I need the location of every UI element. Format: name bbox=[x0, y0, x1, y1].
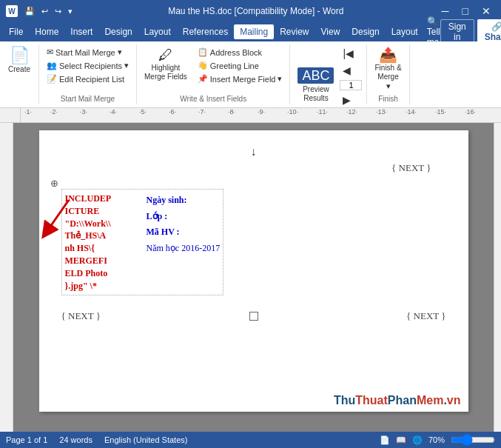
select-recipients-btn[interactable]: 👥 Select Recipients ▾ bbox=[44, 59, 132, 72]
highlight-icon: 🖊 bbox=[158, 47, 173, 62]
status-right: 📄 📖 🌐 70% bbox=[380, 435, 495, 445]
start-mail-merge-content: ✉ Start Mail Merge ▾ 👥 Select Recipients… bbox=[44, 44, 132, 95]
insert-merge-field-icon: 📌 bbox=[198, 74, 208, 84]
menu-view[interactable]: View bbox=[315, 24, 346, 39]
vertical-ruler bbox=[0, 123, 13, 432]
tell-me-field[interactable]: 🔍 Tell me bbox=[427, 16, 440, 47]
finish-merge-icon: 📤 bbox=[379, 47, 397, 62]
ribbon-group-finish: 📤 Finish &Merge ▾ Finish bbox=[367, 44, 409, 104]
document-area[interactable]: ↓ { NEXT } ⊕ bbox=[13, 123, 494, 432]
first-record-btn[interactable]: |◀ bbox=[340, 46, 362, 61]
create-button[interactable]: 📄 Create bbox=[4, 46, 34, 76]
next-field-top: { NEXT } bbox=[61, 162, 446, 174]
ruler-corner bbox=[0, 108, 21, 123]
next-record-btn[interactable]: ▶ bbox=[340, 93, 362, 107]
preview-results-btn[interactable]: ABC PreviewResults bbox=[295, 66, 337, 104]
status-bar: Page 1 of 1 24 words English (United Sta… bbox=[0, 432, 501, 448]
edit-recipient-list-btn[interactable]: 📝 Edit Recipient List bbox=[44, 73, 132, 85]
highlight-merge-fields-btn[interactable]: 🖊 HighlightMerge Fields bbox=[141, 46, 190, 83]
menu-home[interactable]: Home bbox=[29, 24, 64, 39]
merge-block: INCLUDEPICTURE"D:\\Work\\Thẻ_HS\Anh HS\{… bbox=[61, 189, 224, 295]
share-button[interactable]: 🔗 Share bbox=[477, 19, 501, 44]
document-page: ↓ { NEXT } ⊕ bbox=[39, 130, 468, 412]
merge-section: ⊕ I bbox=[61, 181, 446, 295]
customize-btn[interactable]: ▾ bbox=[66, 6, 75, 17]
redo-btn[interactable]: ↪ bbox=[53, 6, 64, 17]
view-read-btn[interactable]: 📖 bbox=[396, 435, 406, 445]
dropdown-arrow: ▾ bbox=[118, 47, 122, 57]
red-arrow-svg bbox=[41, 196, 70, 241]
vertical-scrollbar[interactable] bbox=[494, 123, 501, 432]
word-icon: W bbox=[6, 5, 18, 17]
ribbon-group-write-insert: 🖊 HighlightMerge Fields 📋 Address Block … bbox=[137, 44, 290, 104]
red-arrow-container bbox=[41, 196, 70, 243]
ruler-area: ·1· ·2· ·3· ·4· ·5· ·6· ·7· ·8· ·9· ·10·… bbox=[0, 108, 501, 123]
lop-row: Lớp : bbox=[147, 209, 221, 225]
menu-review[interactable]: Review bbox=[274, 24, 315, 39]
create-group-content: 📄 Create bbox=[4, 44, 34, 103]
window-title: Mau the HS.doc [Compatibility Mode] - Wo… bbox=[79, 6, 433, 16]
save-btn[interactable]: 💾 bbox=[22, 6, 37, 17]
quick-access-toolbar[interactable]: 💾 ↩ ↪ ▾ bbox=[22, 6, 75, 17]
watermark: ThuThuatPhanMem.vn bbox=[334, 394, 461, 407]
start-mail-merge-icon: ✉ bbox=[47, 47, 53, 57]
svg-line-1 bbox=[47, 200, 69, 232]
menu-mailing[interactable]: Mailing bbox=[234, 24, 274, 39]
next-field-bottom-right: { NEXT } bbox=[406, 310, 445, 322]
view-print-btn[interactable]: 📄 bbox=[380, 435, 390, 445]
app-icon-group: W bbox=[6, 5, 18, 17]
ribbon-group-start-mail-merge: ✉ Start Mail Merge ▾ 👥 Select Recipients… bbox=[39, 44, 137, 104]
page-info: Page 1 of 1 bbox=[6, 435, 47, 444]
zoom-slider[interactable] bbox=[451, 435, 495, 444]
menu-file[interactable]: File bbox=[3, 24, 29, 39]
word-count: 24 words bbox=[59, 435, 93, 444]
finish-content: 📤 Finish &Merge ▾ bbox=[371, 44, 404, 95]
create-icon: 📄 bbox=[10, 47, 30, 64]
insert-merge-field-btn[interactable]: 📌 Insert Merge Field ▾ bbox=[195, 73, 286, 85]
merge-content: INCLUDEPICTURE"D:\\Work\\Thẻ_HS\Anh HS\{… bbox=[62, 190, 223, 295]
main-area: ↓ { NEXT } ⊕ bbox=[0, 123, 501, 432]
menu-layout2[interactable]: Layout bbox=[386, 24, 424, 39]
title-bar: W 💾 ↩ ↪ ▾ Mau the HS.doc [Compatibility … bbox=[0, 0, 501, 22]
zoom-level: 70% bbox=[428, 435, 445, 444]
write-insert-content: 🖊 HighlightMerge Fields 📋 Address Block … bbox=[141, 44, 285, 95]
address-block-icon: 📋 bbox=[198, 47, 208, 57]
menu-design[interactable]: Design bbox=[98, 24, 138, 39]
preview-abc-icon: ABC bbox=[297, 67, 334, 84]
menu-insert[interactable]: Insert bbox=[64, 24, 98, 39]
view-web-btn[interactable]: 🌐 bbox=[412, 435, 423, 445]
ma-hv-row: Mã HV : bbox=[147, 224, 221, 241]
edit-recipient-list-icon: 📝 bbox=[47, 74, 57, 84]
menu-bar: File Home Insert Design Layout Reference… bbox=[0, 22, 501, 41]
sign-in-button[interactable]: Sign in bbox=[440, 19, 474, 44]
checkbox bbox=[249, 312, 258, 321]
address-block-btn[interactable]: 📋 Address Block bbox=[195, 46, 286, 58]
finish-dropdown-arrow: ▾ bbox=[386, 81, 391, 91]
ribbon-group-create: 📄 Create bbox=[0, 44, 39, 104]
finish-merge-btn[interactable]: 📤 Finish &Merge ▾ bbox=[371, 46, 404, 93]
dropdown-arrow2: ▾ bbox=[124, 61, 129, 70]
next-field-bottom-left: { NEXT } bbox=[61, 310, 101, 322]
ngay-sinh-row: Ngày sinh: bbox=[147, 193, 221, 209]
dropdown-arrow3: ▾ bbox=[278, 74, 282, 84]
close-btn[interactable]: ✕ bbox=[477, 4, 495, 19]
bottom-row: { NEXT } { NEXT } bbox=[61, 310, 446, 322]
ribbon: 📄 Create ✉ Start Mail Merge ▾ 👥 Select R… bbox=[0, 41, 501, 108]
language: English (United States) bbox=[104, 435, 188, 444]
maximize-btn[interactable]: □ bbox=[458, 4, 473, 19]
student-info: Ngày sinh: Lớp : Mã HV : Năm học 2016-20… bbox=[147, 193, 221, 292]
menu-design2[interactable]: Design bbox=[346, 24, 385, 39]
menu-layout[interactable]: Layout bbox=[138, 24, 177, 39]
ribbon-group-preview: ABC PreviewResults |◀ ◀ ▶ ▶| Preview Res… bbox=[290, 44, 367, 104]
insert-fields-col: 📋 Address Block 👋 Greeting Line 📌 Insert… bbox=[195, 46, 286, 85]
undo-btn[interactable]: ↩ bbox=[39, 6, 50, 17]
include-picture-field: INCLUDEPICTURE"D:\\Work\\Thẻ_HS\Anh HS\{… bbox=[65, 193, 139, 292]
anchor-symbol: ⊕ bbox=[50, 178, 58, 189]
greeting-line-btn[interactable]: 👋 Greeting Line bbox=[195, 59, 286, 72]
menu-references[interactable]: References bbox=[177, 24, 234, 39]
start-mail-merge-btn[interactable]: ✉ Start Mail Merge ▾ bbox=[44, 46, 132, 58]
record-number-input[interactable] bbox=[340, 80, 362, 90]
prev-record-btn[interactable]: ◀ bbox=[340, 63, 362, 78]
nam-hoc-row: Năm học 2016-2017 bbox=[147, 241, 221, 257]
select-recipients-icon: 👥 bbox=[47, 61, 57, 70]
